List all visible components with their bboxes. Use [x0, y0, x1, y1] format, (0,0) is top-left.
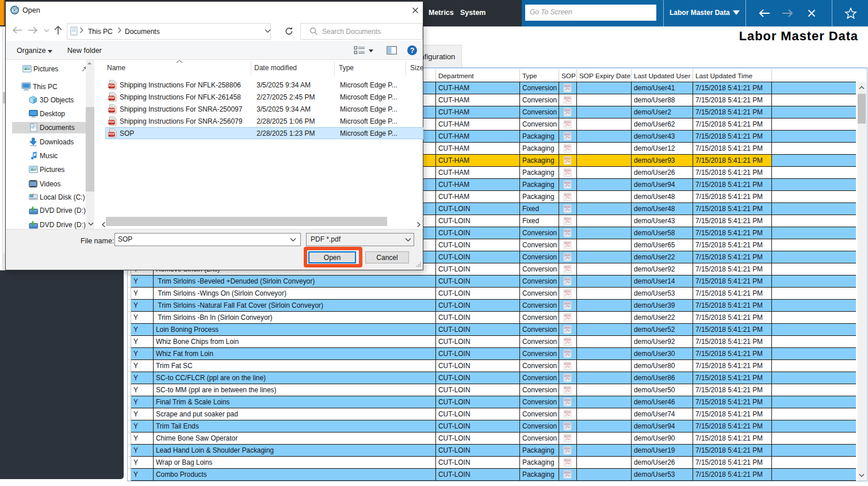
svg-text:PDF: PDF — [108, 84, 115, 87]
svg-text:PDF: PDF — [108, 108, 115, 112]
svg-text:PDF: PDF — [108, 132, 115, 136]
svg-text:PDF: PDF — [108, 120, 115, 124]
svg-text:PDF: PDF — [108, 96, 115, 100]
